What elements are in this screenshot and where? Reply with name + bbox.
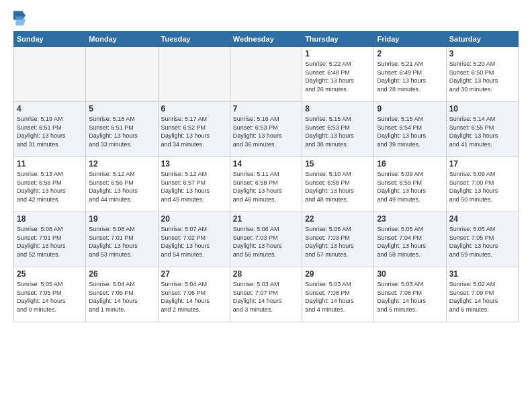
- day-number: 7: [233, 104, 299, 113]
- day-info: Sunrise: 5:06 AMSunset: 7:03 PMDaylight:…: [305, 225, 371, 259]
- day-number: 11: [17, 159, 83, 169]
- day-info: Sunrise: 5:10 AMSunset: 6:58 PMDaylight:…: [305, 170, 371, 203]
- day-number: 5: [89, 104, 154, 113]
- calendar-header-tuesday: Tuesday: [158, 32, 230, 47]
- day-info: Sunrise: 5:12 AMSunset: 6:57 PMDaylight:…: [161, 170, 227, 203]
- calendar-cell: 10Sunrise: 5:14 AMSunset: 6:55 PMDayligh…: [446, 102, 518, 157]
- calendar-cell: 4Sunrise: 5:19 AMSunset: 6:51 PMDaylight…: [14, 102, 86, 157]
- calendar-cell: 3Sunrise: 5:20 AMSunset: 6:50 PMDaylight…: [446, 47, 518, 102]
- calendar-header-row: SundayMondayTuesdayWednesdayThursdayFrid…: [14, 32, 519, 47]
- calendar-week-row: 25Sunrise: 5:05 AMSunset: 7:05 PMDayligh…: [14, 267, 519, 322]
- day-number: 12: [89, 159, 154, 169]
- calendar-cell: 24Sunrise: 5:05 AMSunset: 7:05 PMDayligh…: [446, 212, 518, 267]
- day-number: 8: [305, 104, 371, 113]
- calendar-header-monday: Monday: [86, 32, 158, 47]
- day-info: Sunrise: 5:02 AMSunset: 7:09 PMDaylight:…: [449, 280, 515, 314]
- day-number: 9: [377, 104, 443, 113]
- day-info: Sunrise: 5:03 AMSunset: 7:08 PMDaylight:…: [305, 280, 371, 314]
- day-number: 4: [17, 104, 83, 113]
- day-info: Sunrise: 5:07 AMSunset: 7:02 PMDaylight:…: [161, 225, 227, 259]
- calendar-cell: 5Sunrise: 5:18 AMSunset: 6:51 PMDaylight…: [86, 102, 158, 157]
- day-number: 2: [377, 49, 443, 58]
- calendar-cell: 19Sunrise: 5:08 AMSunset: 7:01 PMDayligh…: [86, 212, 158, 267]
- calendar-cell: 29Sunrise: 5:03 AMSunset: 7:08 PMDayligh…: [302, 267, 374, 322]
- day-info: Sunrise: 5:11 AMSunset: 6:58 PMDaylight:…: [233, 170, 299, 203]
- calendar-header-sunday: Sunday: [14, 32, 86, 47]
- day-info: Sunrise: 5:19 AMSunset: 6:51 PMDaylight:…: [17, 115, 83, 148]
- calendar-cell: 30Sunrise: 5:03 AMSunset: 7:08 PMDayligh…: [374, 267, 446, 322]
- day-number: 15: [305, 159, 371, 169]
- day-number: 6: [161, 104, 227, 113]
- calendar-cell: 11Sunrise: 5:13 AMSunset: 6:56 PMDayligh…: [14, 157, 86, 212]
- calendar-cell: 22Sunrise: 5:06 AMSunset: 7:03 PMDayligh…: [302, 212, 374, 267]
- day-number: 27: [161, 269, 227, 279]
- calendar-cell: 13Sunrise: 5:12 AMSunset: 6:57 PMDayligh…: [158, 157, 230, 212]
- calendar-header-thursday: Thursday: [302, 32, 374, 47]
- day-info: Sunrise: 5:09 AMSunset: 7:00 PMDaylight:…: [449, 170, 515, 203]
- calendar-cell: 6Sunrise: 5:17 AMSunset: 6:52 PMDaylight…: [158, 102, 230, 157]
- calendar-cell: 21Sunrise: 5:06 AMSunset: 7:03 PMDayligh…: [230, 212, 302, 267]
- svg-marker-1: [15, 17, 26, 26]
- calendar-cell: 1Sunrise: 5:22 AMSunset: 6:48 PMDaylight…: [302, 47, 374, 102]
- day-number: 14: [233, 159, 299, 169]
- calendar-header-wednesday: Wednesday: [230, 32, 302, 47]
- calendar-cell: 27Sunrise: 5:04 AMSunset: 7:06 PMDayligh…: [158, 267, 230, 322]
- day-info: Sunrise: 5:05 AMSunset: 7:04 PMDaylight:…: [377, 225, 443, 259]
- day-number: 16: [377, 159, 443, 169]
- day-number: 30: [377, 269, 443, 279]
- calendar-cell: 16Sunrise: 5:09 AMSunset: 6:59 PMDayligh…: [374, 157, 446, 212]
- day-number: 1: [305, 49, 371, 58]
- day-info: Sunrise: 5:08 AMSunset: 7:01 PMDaylight:…: [89, 225, 154, 259]
- calendar-cell: 28Sunrise: 5:03 AMSunset: 7:07 PMDayligh…: [230, 267, 302, 322]
- calendar-cell: 12Sunrise: 5:12 AMSunset: 6:56 PMDayligh…: [86, 157, 158, 212]
- day-number: 13: [161, 159, 227, 169]
- day-number: 20: [161, 214, 227, 224]
- day-info: Sunrise: 5:08 AMSunset: 7:01 PMDaylight:…: [17, 225, 83, 259]
- day-info: Sunrise: 5:04 AMSunset: 7:06 PMDaylight:…: [161, 280, 227, 314]
- calendar-week-row: 4Sunrise: 5:19 AMSunset: 6:51 PMDaylight…: [14, 102, 519, 157]
- calendar-week-row: 18Sunrise: 5:08 AMSunset: 7:01 PMDayligh…: [14, 212, 519, 267]
- calendar-cell: 9Sunrise: 5:15 AMSunset: 6:54 PMDaylight…: [374, 102, 446, 157]
- calendar-cell: 17Sunrise: 5:09 AMSunset: 7:00 PMDayligh…: [446, 157, 518, 212]
- day-number: 17: [449, 159, 515, 169]
- calendar-week-row: 1Sunrise: 5:22 AMSunset: 6:48 PMDaylight…: [14, 47, 519, 102]
- day-info: Sunrise: 5:18 AMSunset: 6:51 PMDaylight:…: [89, 115, 154, 148]
- day-number: 24: [449, 214, 515, 224]
- calendar-cell: 18Sunrise: 5:08 AMSunset: 7:01 PMDayligh…: [14, 212, 86, 267]
- day-info: Sunrise: 5:15 AMSunset: 6:54 PMDaylight:…: [377, 115, 443, 148]
- day-number: 19: [89, 214, 154, 224]
- day-number: 26: [89, 269, 154, 279]
- day-info: Sunrise: 5:06 AMSunset: 7:03 PMDaylight:…: [233, 225, 299, 259]
- day-number: 3: [449, 49, 515, 58]
- day-info: Sunrise: 5:03 AMSunset: 7:07 PMDaylight:…: [233, 280, 299, 314]
- calendar-cell: 2Sunrise: 5:21 AMSunset: 6:49 PMDaylight…: [374, 47, 446, 102]
- day-info: Sunrise: 5:04 AMSunset: 7:06 PMDaylight:…: [89, 280, 154, 314]
- calendar-cell: 23Sunrise: 5:05 AMSunset: 7:04 PMDayligh…: [374, 212, 446, 267]
- calendar-cell: [14, 47, 86, 102]
- calendar-cell: [86, 47, 158, 102]
- calendar-cell: [230, 47, 302, 102]
- logo: [13, 11, 28, 26]
- day-number: 22: [305, 214, 371, 224]
- day-info: Sunrise: 5:16 AMSunset: 6:53 PMDaylight:…: [233, 115, 299, 148]
- day-info: Sunrise: 5:05 AMSunset: 7:05 PMDaylight:…: [17, 280, 83, 314]
- calendar-cell: 26Sunrise: 5:04 AMSunset: 7:06 PMDayligh…: [86, 267, 158, 322]
- day-info: Sunrise: 5:13 AMSunset: 6:56 PMDaylight:…: [17, 170, 83, 203]
- calendar-cell: 14Sunrise: 5:11 AMSunset: 6:58 PMDayligh…: [230, 157, 302, 212]
- day-number: 29: [305, 269, 371, 279]
- calendar-cell: 20Sunrise: 5:07 AMSunset: 7:02 PMDayligh…: [158, 212, 230, 267]
- day-number: 31: [449, 269, 515, 279]
- page: SundayMondayTuesdayWednesdayThursdayFrid…: [0, 0, 532, 411]
- day-info: Sunrise: 5:22 AMSunset: 6:48 PMDaylight:…: [305, 60, 371, 93]
- calendar-cell: 7Sunrise: 5:16 AMSunset: 6:53 PMDaylight…: [230, 102, 302, 157]
- day-info: Sunrise: 5:15 AMSunset: 6:53 PMDaylight:…: [305, 115, 371, 148]
- calendar-table: SundayMondayTuesdayWednesdayThursdayFrid…: [13, 31, 519, 322]
- day-info: Sunrise: 5:21 AMSunset: 6:49 PMDaylight:…: [377, 60, 443, 93]
- logo-icon: [13, 11, 26, 26]
- header: [13, 11, 519, 26]
- calendar-header-friday: Friday: [374, 32, 446, 47]
- calendar-cell: [158, 47, 230, 102]
- day-info: Sunrise: 5:14 AMSunset: 6:55 PMDaylight:…: [449, 115, 515, 148]
- day-info: Sunrise: 5:09 AMSunset: 6:59 PMDaylight:…: [377, 170, 443, 203]
- calendar-header-saturday: Saturday: [446, 32, 518, 47]
